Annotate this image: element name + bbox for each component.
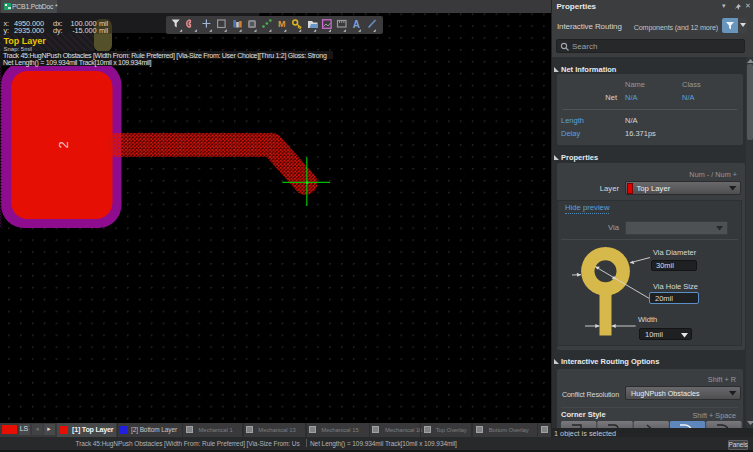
svg-text:2: 2 xyxy=(56,141,71,148)
svg-text:A: A xyxy=(353,19,360,30)
svg-text:M: M xyxy=(278,19,286,29)
